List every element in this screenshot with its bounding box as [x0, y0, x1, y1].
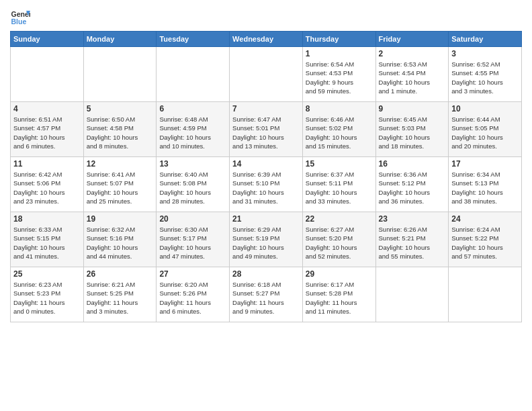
- day-number: 7: [232, 104, 300, 113]
- calendar-cell: 21Sunrise: 6:29 AM Sunset: 5:19 PM Dayli…: [230, 212, 303, 267]
- calendar-cell: [449, 267, 522, 322]
- calendar-table: SundayMondayTuesdayWednesdayThursdayFrid…: [10, 31, 522, 322]
- weekday-monday: Monday: [83, 32, 157, 47]
- weekday-wednesday: Wednesday: [230, 32, 303, 47]
- calendar-week-4: 18Sunrise: 6:33 AM Sunset: 5:15 PM Dayli…: [11, 212, 522, 267]
- day-number: 20: [159, 214, 226, 224]
- day-number: 6: [159, 104, 226, 113]
- day-detail: Sunrise: 6:40 AM Sunset: 5:08 PM Dayligh…: [159, 170, 226, 205]
- day-detail: Sunrise: 6:21 AM Sunset: 5:25 PM Dayligh…: [87, 280, 154, 316]
- day-detail: Sunrise: 6:17 AM Sunset: 5:28 PM Dayligh…: [306, 280, 373, 316]
- day-detail: Sunrise: 6:54 AM Sunset: 4:53 PM Dayligh…: [306, 60, 373, 95]
- day-detail: Sunrise: 6:52 AM Sunset: 4:55 PM Dayligh…: [451, 60, 519, 95]
- day-number: 9: [379, 104, 446, 113]
- day-detail: Sunrise: 6:47 AM Sunset: 5:01 PM Dayligh…: [232, 115, 300, 150]
- weekday-thursday: Thursday: [302, 32, 375, 47]
- weekday-friday: Friday: [375, 32, 449, 47]
- day-detail: Sunrise: 6:34 AM Sunset: 5:13 PM Dayligh…: [451, 170, 519, 205]
- logo: General Blue: [10, 7, 33, 27]
- day-number: 4: [13, 104, 81, 113]
- day-number: 1: [306, 49, 373, 58]
- day-number: 15: [306, 159, 373, 169]
- calendar-cell: 13Sunrise: 6:40 AM Sunset: 5:08 PM Dayli…: [157, 157, 230, 212]
- calendar-cell: 23Sunrise: 6:26 AM Sunset: 5:21 PM Dayli…: [375, 212, 449, 267]
- calendar-cell: 16Sunrise: 6:36 AM Sunset: 5:12 PM Dayli…: [375, 157, 449, 212]
- day-detail: Sunrise: 6:27 AM Sunset: 5:20 PM Dayligh…: [306, 225, 373, 261]
- calendar-page: General Blue SundayMondayTuesdayWednesda…: [0, 0, 532, 411]
- day-number: 12: [87, 159, 154, 169]
- day-detail: Sunrise: 6:51 AM Sunset: 4:57 PM Dayligh…: [13, 115, 81, 150]
- day-number: 11: [13, 159, 81, 169]
- calendar-cell: 2Sunrise: 6:53 AM Sunset: 4:54 PM Daylig…: [375, 47, 449, 102]
- day-detail: Sunrise: 6:23 AM Sunset: 5:23 PM Dayligh…: [13, 280, 81, 316]
- calendar-cell: 18Sunrise: 6:33 AM Sunset: 5:15 PM Dayli…: [11, 212, 84, 267]
- calendar-cell: [375, 267, 449, 322]
- calendar-cell: [157, 47, 230, 102]
- calendar-cell: 25Sunrise: 6:23 AM Sunset: 5:23 PM Dayli…: [11, 267, 84, 322]
- calendar-cell: 26Sunrise: 6:21 AM Sunset: 5:25 PM Dayli…: [83, 267, 157, 322]
- day-detail: Sunrise: 6:39 AM Sunset: 5:10 PM Dayligh…: [232, 170, 300, 205]
- calendar-cell: [230, 47, 303, 102]
- day-number: 16: [379, 159, 446, 169]
- day-number: 21: [232, 214, 300, 224]
- day-detail: Sunrise: 6:20 AM Sunset: 5:26 PM Dayligh…: [159, 280, 226, 316]
- day-detail: Sunrise: 6:36 AM Sunset: 5:12 PM Dayligh…: [379, 170, 446, 205]
- svg-text:Blue: Blue: [11, 17, 27, 26]
- calendar-cell: 1Sunrise: 6:54 AM Sunset: 4:53 PM Daylig…: [302, 47, 375, 102]
- day-detail: Sunrise: 6:18 AM Sunset: 5:27 PM Dayligh…: [232, 280, 300, 316]
- calendar-cell: 6Sunrise: 6:48 AM Sunset: 4:59 PM Daylig…: [157, 102, 230, 157]
- header: General Blue: [10, 7, 522, 27]
- day-number: 10: [451, 104, 519, 113]
- calendar-cell: 28Sunrise: 6:18 AM Sunset: 5:27 PM Dayli…: [230, 267, 303, 322]
- day-number: 23: [379, 214, 446, 224]
- calendar-cell: 24Sunrise: 6:24 AM Sunset: 5:22 PM Dayli…: [449, 212, 522, 267]
- day-number: 29: [306, 269, 373, 279]
- day-number: 26: [87, 269, 154, 279]
- day-detail: Sunrise: 6:29 AM Sunset: 5:19 PM Dayligh…: [232, 225, 300, 261]
- calendar-cell: 29Sunrise: 6:17 AM Sunset: 5:28 PM Dayli…: [302, 267, 375, 322]
- day-number: 28: [232, 269, 300, 279]
- calendar-cell: 15Sunrise: 6:37 AM Sunset: 5:11 PM Dayli…: [302, 157, 375, 212]
- day-number: 17: [451, 159, 519, 169]
- day-number: 14: [232, 159, 300, 169]
- calendar-week-2: 4Sunrise: 6:51 AM Sunset: 4:57 PM Daylig…: [11, 102, 522, 157]
- day-detail: Sunrise: 6:48 AM Sunset: 4:59 PM Dayligh…: [159, 115, 226, 150]
- day-detail: Sunrise: 6:26 AM Sunset: 5:21 PM Dayligh…: [379, 225, 446, 261]
- calendar-week-5: 25Sunrise: 6:23 AM Sunset: 5:23 PM Dayli…: [11, 267, 522, 322]
- calendar-cell: [11, 47, 84, 102]
- calendar-cell: 10Sunrise: 6:44 AM Sunset: 5:05 PM Dayli…: [449, 102, 522, 157]
- calendar-cell: 7Sunrise: 6:47 AM Sunset: 5:01 PM Daylig…: [230, 102, 303, 157]
- day-number: 8: [306, 104, 373, 113]
- day-number: 2: [379, 49, 446, 58]
- day-detail: Sunrise: 6:37 AM Sunset: 5:11 PM Dayligh…: [306, 170, 373, 205]
- day-detail: Sunrise: 6:24 AM Sunset: 5:22 PM Dayligh…: [451, 225, 519, 261]
- day-detail: Sunrise: 6:45 AM Sunset: 5:03 PM Dayligh…: [379, 115, 446, 150]
- calendar-cell: 20Sunrise: 6:30 AM Sunset: 5:17 PM Dayli…: [157, 212, 230, 267]
- day-number: 22: [306, 214, 373, 224]
- weekday-sunday: Sunday: [11, 32, 84, 47]
- day-number: 25: [13, 269, 81, 279]
- weekday-header-row: SundayMondayTuesdayWednesdayThursdayFrid…: [11, 32, 522, 47]
- weekday-tuesday: Tuesday: [157, 32, 230, 47]
- day-detail: Sunrise: 6:33 AM Sunset: 5:15 PM Dayligh…: [13, 225, 81, 261]
- day-number: 3: [451, 49, 519, 58]
- day-detail: Sunrise: 6:42 AM Sunset: 5:06 PM Dayligh…: [13, 170, 81, 205]
- calendar-cell: 19Sunrise: 6:32 AM Sunset: 5:16 PM Dayli…: [83, 212, 157, 267]
- logo-icon: General Blue: [10, 7, 30, 27]
- day-number: 24: [451, 214, 519, 224]
- calendar-cell: 3Sunrise: 6:52 AM Sunset: 4:55 PM Daylig…: [449, 47, 522, 102]
- day-detail: Sunrise: 6:41 AM Sunset: 5:07 PM Dayligh…: [87, 170, 154, 205]
- day-number: 19: [87, 214, 154, 224]
- day-number: 27: [159, 269, 226, 279]
- day-detail: Sunrise: 6:30 AM Sunset: 5:17 PM Dayligh…: [159, 225, 226, 261]
- calendar-cell: 14Sunrise: 6:39 AM Sunset: 5:10 PM Dayli…: [230, 157, 303, 212]
- calendar-cell: [83, 47, 157, 102]
- calendar-week-1: 1Sunrise: 6:54 AM Sunset: 4:53 PM Daylig…: [11, 47, 522, 102]
- calendar-cell: 4Sunrise: 6:51 AM Sunset: 4:57 PM Daylig…: [11, 102, 84, 157]
- calendar-cell: 9Sunrise: 6:45 AM Sunset: 5:03 PM Daylig…: [375, 102, 449, 157]
- day-detail: Sunrise: 6:32 AM Sunset: 5:16 PM Dayligh…: [87, 225, 154, 261]
- day-number: 5: [87, 104, 154, 113]
- day-detail: Sunrise: 6:46 AM Sunset: 5:02 PM Dayligh…: [306, 115, 373, 150]
- calendar-cell: 17Sunrise: 6:34 AM Sunset: 5:13 PM Dayli…: [449, 157, 522, 212]
- day-detail: Sunrise: 6:44 AM Sunset: 5:05 PM Dayligh…: [451, 115, 519, 150]
